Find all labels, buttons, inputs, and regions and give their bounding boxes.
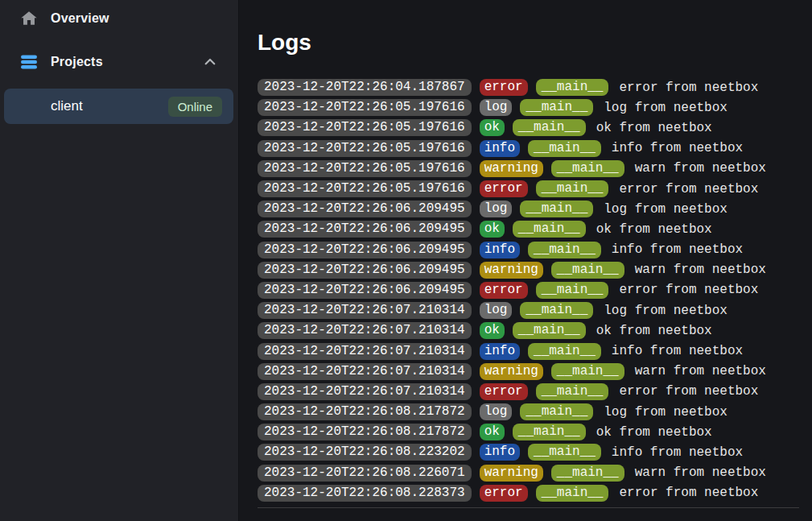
log-module-badge: __main__: [520, 302, 593, 319]
log-timestamp: 2023-12-20T22:26:04.187867: [258, 79, 472, 96]
log-level-badge: log: [480, 403, 513, 420]
log-row: 2023-12-20T22:26:06.209495 info __main__…: [258, 240, 799, 260]
log-row: 2023-12-20T22:26:07.210314 warning __mai…: [258, 362, 799, 382]
log-message: info from neetbox: [612, 445, 743, 460]
log-message: ok from neetbox: [596, 324, 712, 338]
main-content: Logs 2023-12-20T22:26:04.187867 error __…: [239, 0, 812, 521]
log-row: 2023-12-20T22:26:07.210314 ok __main__ o…: [258, 320, 799, 341]
log-message: ok from neetbox: [596, 222, 712, 237]
log-timestamp: 2023-12-20T22:26:06.209495: [258, 242, 472, 258]
log-timestamp: 2023-12-20T22:26:08.226071: [258, 465, 472, 482]
log-level-badge: info: [480, 444, 520, 461]
log-level-badge: log: [480, 201, 513, 217]
log-timestamp: 2023-12-20T22:26:07.210314: [258, 363, 472, 380]
log-module-badge: __main__: [513, 119, 586, 136]
log-module-badge: __main__: [513, 322, 586, 339]
log-timestamp: 2023-12-20T22:26:07.210314: [258, 322, 472, 339]
log-message: error from neetbox: [619, 81, 758, 95]
log-timestamp: 2023-12-20T22:26:08.223202: [258, 444, 472, 461]
chevron-up-icon[interactable]: [203, 55, 217, 69]
log-timestamp: 2023-12-20T22:26:06.209495: [258, 262, 472, 279]
log-timestamp: 2023-12-20T22:26:06.209495: [258, 201, 472, 217]
log-level-badge: error: [480, 282, 528, 299]
log-level-badge: warning: [480, 160, 543, 177]
log-module-badge: __main__: [520, 99, 593, 116]
log-level-badge: info: [480, 242, 520, 258]
log-level-badge: info: [480, 140, 520, 157]
sidebar-item-projects[interactable]: Projects: [0, 50, 238, 74]
sidebar-item-label: Overview: [51, 11, 109, 26]
log-module-badge: __main__: [536, 485, 609, 502]
log-timestamp: 2023-12-20T22:26:08.217872: [258, 403, 472, 420]
log-timestamp: 2023-12-20T22:26:05.197616: [258, 99, 472, 116]
log-timestamp: 2023-12-20T22:26:05.197616: [258, 160, 472, 177]
log-message: warn from neetbox: [635, 263, 766, 277]
log-message: info from neetbox: [612, 141, 743, 155]
log-timestamp: 2023-12-20T22:26:07.210314: [258, 343, 472, 360]
log-level-badge: error: [480, 383, 528, 400]
projects-stack-icon: [20, 53, 38, 71]
log-level-badge: warning: [480, 262, 543, 279]
log-row: 2023-12-20T22:26:05.197616 info __main__…: [258, 139, 799, 159]
log-level-badge: ok: [480, 119, 505, 136]
log-timestamp: 2023-12-20T22:26:07.210314: [258, 302, 472, 319]
log-row: 2023-12-20T22:26:05.197616 error __main_…: [258, 179, 799, 199]
log-level-badge: info: [480, 343, 520, 360]
log-message: error from neetbox: [619, 283, 758, 297]
log-timestamp: 2023-12-20T22:26:06.209495: [258, 221, 472, 238]
log-row: 2023-12-20T22:26:07.210314 log __main__ …: [258, 300, 799, 320]
log-level-badge: ok: [480, 221, 505, 238]
log-level-badge: ok: [480, 424, 505, 440]
log-row: 2023-12-20T22:26:06.209495 ok __main__ o…: [258, 219, 799, 239]
log-timestamp: 2023-12-20T22:26:08.228373: [258, 485, 472, 502]
log-message: info from neetbox: [612, 242, 743, 257]
log-message: warn from neetbox: [635, 465, 766, 480]
log-timestamp: 2023-12-20T22:26:07.210314: [258, 383, 472, 400]
log-level-badge: log: [480, 99, 513, 116]
log-row: 2023-12-20T22:26:04.187867 error __main_…: [258, 77, 799, 97]
log-timestamp: 2023-12-20T22:26:05.197616: [258, 180, 472, 197]
log-message: warn from neetbox: [635, 364, 766, 378]
log-timestamp: 2023-12-20T22:26:08.217872: [258, 424, 472, 440]
log-message: error from neetbox: [619, 486, 758, 500]
home-icon: [20, 10, 38, 27]
log-module-badge: __main__: [551, 465, 624, 482]
log-module-badge: __main__: [528, 140, 601, 157]
log-row: 2023-12-20T22:26:05.197616 ok __main__ o…: [258, 118, 799, 138]
log-timestamp: 2023-12-20T22:26:05.197616: [258, 119, 472, 136]
log-row: 2023-12-20T22:26:08.226071 warning __mai…: [258, 463, 799, 483]
log-module-badge: __main__: [528, 242, 601, 258]
log-module-badge: __main__: [536, 282, 609, 299]
log-module-badge: __main__: [536, 180, 609, 197]
log-row: 2023-12-20T22:26:06.209495 warning __mai…: [258, 260, 799, 280]
log-level-badge: error: [480, 485, 528, 502]
log-module-badge: __main__: [528, 444, 601, 461]
log-row: 2023-12-20T22:26:06.209495 error __main_…: [258, 280, 799, 300]
log-row: 2023-12-20T22:26:05.197616 log __main__ …: [258, 97, 799, 118]
log-row: 2023-12-20T22:26:08.217872 log __main__ …: [258, 402, 799, 422]
log-timestamp: 2023-12-20T22:26:05.197616: [258, 140, 472, 157]
log-row: 2023-12-20T22:26:07.210314 info __main__…: [258, 341, 799, 361]
log-list: 2023-12-20T22:26:04.187867 error __main_…: [258, 77, 799, 508]
sidebar-item-overview[interactable]: Overview: [0, 6, 238, 31]
sidebar: Overview Projects client Online: [0, 0, 239, 521]
log-level-badge: warning: [480, 363, 543, 380]
log-level-badge: log: [480, 302, 513, 319]
log-module-badge: __main__: [520, 201, 593, 217]
log-row: 2023-12-20T22:26:06.209495 log __main__ …: [258, 199, 799, 219]
log-row: 2023-12-20T22:26:07.210314 error __main_…: [258, 382, 799, 402]
log-timestamp: 2023-12-20T22:26:06.209495: [258, 282, 472, 299]
log-row: 2023-12-20T22:26:08.223202 info __main__…: [258, 442, 799, 462]
log-message: log from neetbox: [604, 405, 728, 420]
sidebar-project-client[interactable]: client Online: [4, 89, 233, 124]
log-message: ok from neetbox: [596, 121, 712, 135]
sidebar-item-label: Projects: [51, 55, 103, 69]
log-level-badge: error: [480, 180, 528, 197]
log-module-badge: __main__: [536, 383, 609, 400]
log-level-badge: error: [480, 79, 528, 96]
log-message: warn from neetbox: [635, 161, 766, 176]
status-badge: Online: [168, 97, 222, 117]
log-level-badge: warning: [480, 465, 543, 482]
log-level-badge: ok: [480, 322, 505, 339]
page-title: Logs: [258, 29, 799, 56]
